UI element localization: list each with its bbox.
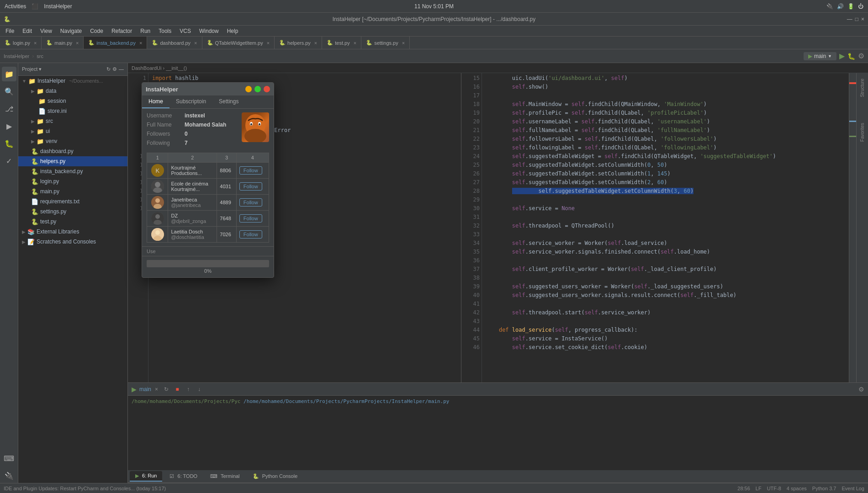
tree-requirements-txt[interactable]: 📄 requirements.txt xyxy=(18,196,127,207)
menu-file[interactable]: File xyxy=(2,27,18,35)
tree-external-libraries[interactable]: ▶ 📚 External Libraries xyxy=(18,227,127,237)
settings-button[interactable]: ⚙ xyxy=(858,52,864,60)
suggestion-follow-1[interactable]: Follow xyxy=(236,163,269,179)
tab-python-console[interactable]: 🐍 Python Console xyxy=(247,472,303,481)
menu-navigate[interactable]: Navigate xyxy=(57,27,85,35)
run-tool-icon[interactable]: ▶ xyxy=(2,119,16,133)
bottom-panel: ▶ main × ↻ ■ ↑ ↓ ⚙ /home/mohamed/ xyxy=(128,382,868,483)
volume-icon: 🔊 xyxy=(837,3,844,10)
scroll-down-button[interactable]: ↓ xyxy=(195,385,204,394)
dialog-tab-settings[interactable]: Settings xyxy=(212,95,245,108)
menu-bar: File Edit View Navigate Code Refactor Ru… xyxy=(0,26,868,37)
event-log-button[interactable]: Event Log xyxy=(842,486,864,491)
tree-dashboard-py[interactable]: 🐍 dashboard.py xyxy=(18,146,127,156)
debug-tool-icon[interactable]: 🐛 xyxy=(2,136,16,151)
debug-button[interactable]: 🐛 xyxy=(847,53,855,60)
tree-session-folder[interactable]: 📁 session xyxy=(18,96,127,106)
tree-scratches-consoles[interactable]: ▶ 📝 Scratches and Consoles xyxy=(18,237,127,247)
dialog-close-button[interactable] xyxy=(264,86,270,92)
menu-vcs[interactable]: VCS xyxy=(176,27,195,35)
tab-todo[interactable]: ☑ 6: TODO xyxy=(164,472,203,481)
menu-refactor[interactable]: Refactor xyxy=(108,27,136,35)
ide-title: InstaHelper [~/Documents/Projects/Pychar… xyxy=(333,16,536,22)
minimize-button[interactable]: — xyxy=(847,16,852,22)
restart-run-button[interactable]: ↻ xyxy=(162,385,171,394)
follow-button-4[interactable]: Follow xyxy=(239,214,262,223)
menu-view[interactable]: View xyxy=(37,27,56,35)
tree-main-py[interactable]: 🐍 main.py xyxy=(18,186,127,196)
indent-setting[interactable]: 4 spaces xyxy=(787,486,807,491)
tab-terminal[interactable]: ⌨ Terminal xyxy=(205,472,245,481)
project-icon[interactable]: 📁 xyxy=(2,67,16,81)
tree-store-ini[interactable]: 📄 store.ini xyxy=(18,106,127,116)
app-name-label: InstaHelper xyxy=(44,3,72,10)
scroll-up-button[interactable]: ↑ xyxy=(184,385,193,394)
tree-helpers-py[interactable]: 🐍 helpers.py xyxy=(18,156,127,166)
follow-button-5[interactable]: Follow xyxy=(239,230,262,239)
collapse-icon[interactable]: — xyxy=(119,66,124,72)
suggestion-follow-3[interactable]: Follow xyxy=(236,195,269,211)
close-button[interactable]: × xyxy=(861,16,864,22)
tab-insta-backend-py[interactable]: 🐍 insta_backend.py × xyxy=(84,37,147,49)
settings-icon[interactable]: ⚙ xyxy=(112,66,117,72)
tree-login-py[interactable]: 🐍 login.py xyxy=(18,176,127,186)
python-version[interactable]: Python 3.7 xyxy=(812,486,836,491)
tab-test-py[interactable]: 🐍 test.py × xyxy=(322,37,361,49)
tab-main-py[interactable]: 🐍 main.py × xyxy=(42,37,84,49)
dialog-tab-home[interactable]: Home xyxy=(142,95,169,108)
stop-run-button[interactable]: ■ xyxy=(173,385,182,394)
tree-data-folder[interactable]: ▶ 📁 data xyxy=(18,86,127,96)
todo-icon[interactable]: ✓ xyxy=(2,154,16,168)
menu-code[interactable]: Code xyxy=(86,27,107,35)
app-indicator[interactable]: ⬛ xyxy=(32,3,38,10)
tree-ui-folder[interactable]: ▶ 📁 ui xyxy=(18,126,127,136)
menu-run[interactable]: Run xyxy=(137,27,154,35)
tab-helpers-py[interactable]: 🐍 helpers.py × xyxy=(275,37,322,49)
tab-settings-py[interactable]: 🐍 settings.py × xyxy=(361,37,410,49)
tree-root-instahelper[interactable]: ▼ 📁 InstaHelper ~/Documents... xyxy=(18,76,127,86)
tree-src-folder[interactable]: ▶ 📁 src xyxy=(18,116,127,126)
menu-edit[interactable]: Edit xyxy=(19,27,36,35)
menu-help[interactable]: Help xyxy=(223,27,242,35)
tab-login-py[interactable]: 🐍 login.py × xyxy=(0,37,42,49)
power-icon[interactable]: ⏻ xyxy=(858,3,863,10)
menu-tools[interactable]: Tools xyxy=(155,27,175,35)
plugins-icon[interactable]: 🔌 xyxy=(2,468,16,483)
search-icon[interactable]: 🔍 xyxy=(2,84,16,99)
ide-update-notice[interactable]: IDE and Plugin Updates: Restart PyCharm … xyxy=(4,486,166,491)
tree-venv-folder[interactable]: ▶ 📁 venv xyxy=(18,136,127,146)
vertical-tab-favorites[interactable]: Favorites xyxy=(859,119,866,145)
suggestion-follow-4[interactable]: Follow xyxy=(236,211,269,227)
run-config-dropdown[interactable]: ▶ main ▼ xyxy=(804,52,836,60)
vertical-tab-structure[interactable]: Structure xyxy=(859,75,866,101)
instahelper-dialog[interactable]: InstaHelper Home Subscriptoin Settings U… xyxy=(142,82,274,278)
settings-run-button[interactable]: ⚙ xyxy=(858,386,864,393)
suggestion-follow-5[interactable]: Follow xyxy=(236,227,269,243)
svg-point-13 xyxy=(155,214,160,219)
dialog-minimize-button[interactable] xyxy=(245,86,252,92)
dialog-maximize-button[interactable] xyxy=(254,86,261,92)
tree-test-py[interactable]: 🐍 test.py xyxy=(18,217,127,227)
username-label: Username xyxy=(147,112,181,119)
file-charset[interactable]: UTF-8 xyxy=(767,486,781,491)
code-right[interactable]: uic.loadUi('ui/dashboard.ui', self) self… xyxy=(482,73,849,382)
terminal-icon[interactable]: ⌨ xyxy=(2,451,16,466)
tab-dashboard-py[interactable]: 🐍 dashboard.py × xyxy=(147,37,202,49)
follow-button-1[interactable]: Follow xyxy=(239,166,262,175)
sync-icon[interactable]: ↻ xyxy=(106,66,111,72)
tab-run[interactable]: ▶ 6: Run xyxy=(130,471,162,482)
activities-label[interactable]: Activities xyxy=(5,3,26,10)
git-icon[interactable]: ⎇ xyxy=(2,101,16,116)
suggestion-follow-2[interactable]: Follow xyxy=(236,179,269,195)
close-run-tab[interactable]: × xyxy=(155,386,158,392)
tree-settings-py[interactable]: 🐍 settings.py xyxy=(18,207,127,217)
maximize-button[interactable]: □ xyxy=(855,16,858,22)
follow-button-2[interactable]: Follow xyxy=(239,182,262,191)
follow-button-3[interactable]: Follow xyxy=(239,198,262,207)
dialog-title: InstaHelper xyxy=(146,86,178,93)
tree-insta-backend-py[interactable]: 🐍 insta_backend.py xyxy=(18,166,127,176)
run-button[interactable]: ▶ xyxy=(839,52,845,60)
dialog-tab-subscription[interactable]: Subscriptoin xyxy=(169,95,212,108)
tab-qtablewidgetitem-py[interactable]: 🐍 QTableWidgetItem.py × xyxy=(202,37,275,49)
menu-window[interactable]: Window xyxy=(196,27,222,35)
